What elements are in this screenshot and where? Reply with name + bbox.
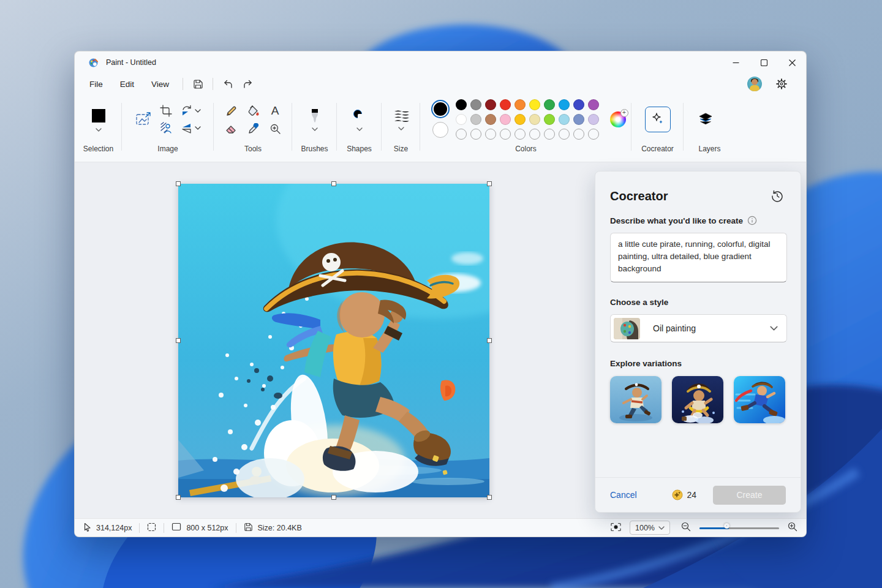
rotate-icon[interactable] [181,105,201,117]
color-swatch[interactable] [529,99,540,110]
save-icon[interactable] [188,75,208,93]
background-color-swatch[interactable] [432,122,448,138]
color-swatch[interactable] [456,114,467,125]
zoom-slider-thumb[interactable] [724,523,729,529]
foreground-color-swatch[interactable] [432,101,448,117]
color-swatch[interactable] [500,99,511,110]
brushes-tool[interactable] [309,108,321,131]
edit-colors-button[interactable]: + [610,111,626,127]
cocreator-footer: Cancel 24 Create [595,477,801,512]
cursor-position-icon [83,522,92,533]
color-swatch[interactable] [573,99,584,110]
selection-handle-se[interactable] [487,495,492,500]
paint-app-icon [88,58,99,68]
eraser-icon[interactable] [225,123,238,135]
shapes-group-label: Shapes [347,145,372,162]
layers-button[interactable] [693,107,718,132]
custom-color-slot[interactable] [529,129,540,140]
info-icon[interactable] [747,216,757,225]
create-button[interactable]: Create [713,486,786,505]
maximize-button[interactable] [750,51,778,74]
size-tool[interactable] [393,109,409,130]
color-swatch[interactable] [544,114,555,125]
selection-handle-sw[interactable] [176,495,181,500]
zoom-level-dropdown[interactable]: 100% [630,521,670,535]
resize-image-icon[interactable] [135,111,151,127]
fill-bucket-icon[interactable] [247,105,260,117]
custom-color-slot[interactable] [470,129,481,140]
selection-handle-nw[interactable] [176,181,181,186]
image-group-label: Image [157,145,178,162]
describe-label: Describe what you'd like to create [610,216,743,225]
menu-file[interactable]: File [81,75,111,93]
menu-view[interactable]: View [143,75,178,93]
style-thumbnail [614,318,640,339]
flip-icon[interactable] [181,122,201,134]
divider [213,78,213,90]
zoom-in-icon[interactable] [788,522,797,533]
account-avatar[interactable] [747,77,762,91]
color-swatch[interactable] [456,99,467,110]
custom-color-slot[interactable] [573,129,584,140]
variation-thumbnail-2[interactable] [672,376,723,423]
settings-gear-icon[interactable] [772,75,791,93]
color-swatch[interactable] [485,99,496,110]
color-swatch[interactable] [470,99,481,110]
cocreator-button[interactable] [645,107,671,132]
custom-color-slot[interactable] [514,129,526,140]
image-group: Image [122,94,214,162]
selection-handle-ne[interactable] [487,181,492,186]
color-swatch[interactable] [485,114,496,125]
crop-icon[interactable] [160,105,172,117]
color-swatch[interactable] [588,114,599,125]
selection-handle-e[interactable] [487,338,492,343]
text-tool-icon[interactable]: A [270,104,281,118]
remove-background-icon[interactable] [160,122,172,134]
style-value: Oil painting [653,323,770,333]
color-swatch[interactable] [544,99,555,110]
color-swatch[interactable] [500,114,511,125]
custom-color-slot[interactable] [544,129,555,140]
fit-to-window-icon[interactable] [611,522,621,533]
color-swatch[interactable] [588,99,599,110]
color-swatch[interactable] [514,99,526,110]
divider [183,78,183,90]
color-swatch[interactable] [559,114,570,125]
menu-edit[interactable]: Edit [111,75,143,93]
color-swatch[interactable] [573,114,584,125]
selection-tool[interactable] [91,108,107,132]
shapes-tool[interactable] [352,108,367,131]
shapes-group: Shapes [337,94,382,162]
prompt-input[interactable]: a little cute pirate, running, colorful,… [610,233,787,282]
color-swatch[interactable] [529,114,540,125]
style-dropdown[interactable]: Oil painting [610,314,787,342]
selection-handle-n[interactable] [331,181,336,186]
color-swatch[interactable] [470,114,481,125]
canvas-image[interactable] [178,184,489,497]
paint-window: Paint - Untitled File Edit View [74,51,807,537]
custom-color-slot[interactable] [559,129,570,140]
custom-color-slot[interactable] [588,129,599,140]
history-icon[interactable] [769,188,785,204]
zoom-slider[interactable] [699,523,779,533]
color-swatch[interactable] [559,99,570,110]
color-picker-icon[interactable] [247,123,260,135]
close-button[interactable] [778,51,806,74]
custom-color-slot[interactable] [485,129,496,140]
minimize-button[interactable] [722,51,750,74]
cocreator-group: Cocreator [631,94,684,162]
pencil-icon[interactable] [225,105,238,117]
custom-color-slot[interactable] [500,129,511,140]
zoom-out-icon[interactable] [681,522,691,533]
selection-handle-w[interactable] [176,338,181,343]
magnifier-tool-icon[interactable] [270,123,281,135]
variation-thumbnail-1[interactable] [610,376,662,423]
custom-color-slot[interactable] [456,129,467,140]
color-swatch[interactable] [514,114,526,125]
cancel-button[interactable]: Cancel [610,490,637,500]
undo-icon[interactable] [218,75,238,93]
redo-icon[interactable] [238,75,257,93]
colors-group: + Colors [420,94,631,162]
variation-thumbnail-3[interactable] [734,376,785,423]
selection-handle-s[interactable] [331,495,336,500]
